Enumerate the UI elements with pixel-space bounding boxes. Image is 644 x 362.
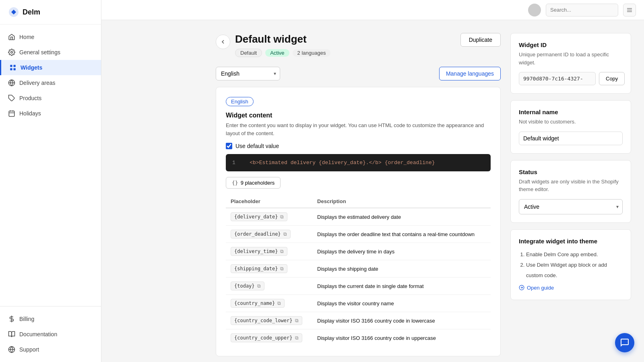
internal-name-input[interactable] [519, 132, 623, 145]
placeholder-copy-icon[interactable]: ⧉ [277, 300, 281, 306]
internal-name-card: Internal name Not visible to customers. [510, 100, 631, 154]
placeholder-copy-icon[interactable]: ⧉ [280, 266, 284, 272]
placeholder-cell: {delivery_time} ⧉ [226, 243, 312, 260]
sidebar-item-documentation[interactable]: Documentation [0, 327, 101, 342]
integrate-step-2: Use Delm Widget app block or add custom … [526, 260, 623, 281]
sidebar-item-widgets[interactable]: Widgets [0, 60, 101, 75]
language-badge: English [226, 97, 254, 106]
status-title: Status [519, 169, 623, 175]
page-header: Default widget Default Active 2 language… [216, 33, 501, 57]
integrate-step-1: Enable Delm Core app embed. [526, 249, 623, 260]
page-title-block: Default widget Default Active 2 language… [235, 33, 330, 57]
sidebar-item-delivery-areas[interactable]: Delivery areas [0, 75, 101, 90]
sidebar-bottom: Billing Documentation Support [0, 306, 101, 362]
integrate-steps-list: Enable Delm Core app embed. Use Delm Wid… [519, 249, 623, 281]
user-avatar [528, 4, 541, 16]
badge-default: Default [235, 49, 262, 57]
placeholder-text: {country_code_lower} [234, 318, 293, 323]
topbar-menu-btn[interactable] [623, 4, 636, 16]
placeholder-cell: {country_code_upper} ⧉ [226, 329, 312, 347]
svg-rect-3 [14, 65, 16, 67]
table-header-description: Description [312, 195, 491, 208]
sidebar-item-products-label: Products [19, 95, 41, 101]
content-left: Default widget Default Active 2 language… [216, 33, 501, 349]
sidebar-item-general-settings[interactable]: General settings [0, 45, 101, 60]
internal-name-description: Not visible to customers. [519, 118, 623, 126]
table-row: {delivery_date} ⧉ Displays the estimated… [226, 208, 491, 226]
badge-active: Active [265, 49, 289, 57]
svg-rect-9 [9, 111, 14, 117]
sidebar-item-support[interactable]: Support [0, 342, 101, 357]
placeholder-text: {today} [234, 283, 255, 289]
widget-id-card: Widget ID Unique permanent ID to load a … [510, 33, 631, 94]
badge-languages: 2 languages [293, 49, 331, 57]
placeholder-copy-icon[interactable]: ⧉ [280, 249, 284, 254]
placeholder-tag: {country_name} ⧉ [231, 299, 285, 308]
description-cell: Displays the current date in single date… [312, 278, 491, 295]
sidebar-item-support-label: Support [19, 346, 39, 353]
widget-id-input[interactable] [519, 72, 596, 85]
language-select[interactable]: English French [216, 67, 280, 80]
table-row: {country_code_upper} ⧉ Display visitor I… [226, 329, 491, 347]
placeholder-cell: {today} ⧉ [226, 278, 312, 295]
chat-button[interactable] [615, 333, 634, 352]
use-default-checkbox[interactable] [226, 143, 232, 149]
placeholder-copy-icon[interactable]: ⧉ [280, 214, 284, 220]
placeholder-tag: {today} ⧉ [231, 282, 264, 290]
placeholders-brace-icon: {} [232, 180, 238, 186]
svg-rect-2 [10, 65, 12, 67]
placeholder-copy-icon[interactable]: ⧉ [257, 283, 261, 289]
placeholder-table: Placeholder Description {delivery_date} … [226, 195, 491, 346]
placeholder-text: {shipping_date} [234, 266, 278, 272]
description-cell: Displays the estimated delivery date [312, 208, 491, 226]
app-logo: Delm [0, 0, 101, 25]
placeholder-copy-icon[interactable]: ⧉ [295, 318, 299, 323]
placeholder-copy-icon[interactable]: ⧉ [295, 335, 299, 341]
code-editor: 1 <b>Estimated delivery {delivery_date}.… [226, 154, 491, 171]
description-cell: Displays the visitor country name [312, 295, 491, 312]
widget-id-description: Unique permanent ID to load a specific w… [519, 51, 623, 66]
topbar-search[interactable] [546, 4, 618, 16]
table-row: {country_code_lower} ⧉ Display visitor I… [226, 312, 491, 329]
page-header-left: Default widget Default Active 2 language… [216, 33, 330, 57]
placeholder-tag: {order_deadline} ⧉ [231, 230, 291, 239]
description-cell: Display visitor ISO 3166 country code in… [312, 312, 491, 329]
copy-id-button[interactable]: Copy [599, 72, 625, 85]
open-guide-link[interactable]: Open guide [519, 285, 554, 291]
sidebar-item-products[interactable]: Products [0, 90, 101, 106]
manage-languages-button[interactable]: Manage languages [439, 67, 501, 80]
app-name: Delm [23, 8, 40, 16]
code-content: <b>Estimated delivery {delivery_date}.</… [244, 160, 435, 166]
placeholder-tag: {delivery_time} ⧉ [231, 247, 287, 256]
placeholder-copy-icon[interactable]: ⧉ [283, 231, 287, 237]
page-title: Default widget [235, 33, 330, 45]
sidebar-item-holidays[interactable]: Holidays [0, 106, 101, 121]
content-right: Widget ID Unique permanent ID to load a … [510, 33, 631, 349]
duplicate-button[interactable]: Duplicate [460, 33, 501, 47]
badge-row: Default Active 2 languages [235, 49, 330, 57]
language-row: English French Manage languages [216, 67, 501, 80]
placeholder-cell: {order_deadline} ⧉ [226, 226, 312, 243]
widget-content-card: English Widget content Enter the content… [216, 87, 501, 356]
widget-id-title: Widget ID [519, 41, 623, 48]
back-button[interactable] [216, 35, 230, 49]
description-cell: Displays the shipping date [312, 260, 491, 278]
sidebar-item-widgets-label: Widgets [21, 64, 42, 71]
placeholders-label: 9 placeholders [241, 180, 275, 186]
internal-name-title: Internal name [519, 109, 623, 115]
placeholder-text: {country_name} [234, 300, 275, 306]
use-default-checkbox-row: Use default value [226, 143, 491, 149]
sidebar-item-documentation-label: Documentation [19, 331, 57, 337]
placeholder-tag: {country_code_lower} ⧉ [231, 316, 302, 325]
svg-rect-4 [10, 68, 12, 70]
status-description: Draft widgets are only visible in the Sh… [519, 178, 623, 193]
sidebar-item-billing[interactable]: Billing [0, 311, 101, 327]
sidebar-item-home[interactable]: Home [0, 29, 101, 45]
placeholder-cell: {delivery_date} ⧉ [226, 208, 312, 226]
svg-point-1 [11, 51, 13, 53]
widget-content-description: Enter the content you want to display in… [226, 121, 491, 137]
placeholder-tag: {delivery_date} ⧉ [231, 212, 287, 221]
status-select[interactable]: Active Draft [519, 199, 623, 214]
placeholders-button[interactable]: {} 9 placeholders [226, 177, 281, 189]
description-cell: Displays the order deadline text that co… [312, 226, 491, 243]
